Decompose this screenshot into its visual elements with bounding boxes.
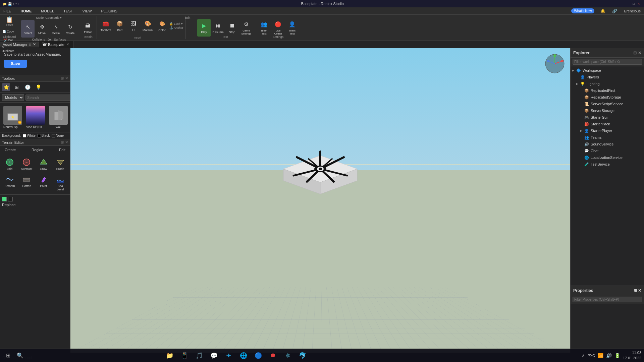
- terrain-editor-close-icon[interactable]: ✕: [65, 140, 68, 144]
- tree-item-lighting[interactable]: ▶ 💡 Lighting: [571, 80, 644, 87]
- toolbox-button[interactable]: 🧰 Toolbox: [99, 17, 112, 35]
- ui-button[interactable]: 🖼 UI: [127, 17, 141, 35]
- save-button[interactable]: Save: [4, 60, 27, 68]
- toolbox-expand-icon[interactable]: ⊞: [61, 76, 64, 80]
- game-settings-button[interactable]: ⚙ Game Settings: [239, 19, 253, 37]
- taskbar-app-record[interactable]: ⏺: [266, 350, 280, 362]
- rotate-tool-button[interactable]: ↻ Rotate: [63, 20, 77, 38]
- copy-button[interactable]: 📄 Copy: [2, 27, 14, 36]
- tray-expand-icon[interactable]: ∧: [582, 353, 585, 358]
- taskbar-app-explorer[interactable]: 📁: [163, 350, 176, 362]
- properties-expand-icon[interactable]: ⊞: [634, 288, 637, 293]
- terrain-erode-tool[interactable]: Erode: [53, 156, 68, 172]
- menu-home[interactable]: HOME: [18, 8, 34, 14]
- live-collab-button[interactable]: 🔴 Live Collab: [271, 19, 285, 37]
- share-icon[interactable]: 🔗: [610, 8, 619, 14]
- menu-test[interactable]: TEST: [61, 8, 75, 14]
- tree-item-starter-pack[interactable]: 🎒 StarterPack: [571, 121, 644, 127]
- toolbox-tab-suggested[interactable]: 💡: [34, 83, 42, 91]
- tree-item-server-script-service[interactable]: 📜 ServerScriptService: [571, 101, 644, 107]
- terrain-flatten-tool[interactable]: Flatten: [19, 173, 34, 192]
- asset-manager-tab-close[interactable]: ✕: [33, 42, 36, 47]
- menu-view[interactable]: VIEW: [80, 8, 94, 14]
- explorer-close-icon[interactable]: ✕: [638, 51, 641, 55]
- paste-button[interactable]: 📋 Paste: [2, 16, 17, 27]
- menu-file[interactable]: FILE: [1, 8, 13, 14]
- maximize-button[interactable]: □: [631, 1, 636, 6]
- tray-battery-icon[interactable]: 🔋: [614, 353, 620, 358]
- terrain-paint-tool[interactable]: Paint: [36, 173, 51, 192]
- tree-item-replicated-first[interactable]: 📦 ReplicatedFirst: [571, 87, 644, 94]
- bg-white-option[interactable]: White: [23, 134, 36, 137]
- models-dropdown[interactable]: Models: [2, 94, 24, 101]
- properties-close-icon[interactable]: ✕: [638, 288, 641, 293]
- toolbox-item-1[interactable]: Vibe Kit (Sky Effects Only): [25, 105, 46, 130]
- tree-item-replicated-storage[interactable]: 📦 ReplicatedStorage: [571, 94, 644, 101]
- filter-properties-input[interactable]: [573, 297, 642, 302]
- toolbox-close-icon[interactable]: ✕: [65, 76, 68, 80]
- tree-item-sound-service[interactable]: 🔊 SoundService: [571, 141, 644, 147]
- minimize-button[interactable]: ─: [626, 1, 631, 6]
- terrain-editor-expand-icon[interactable]: ⊞: [61, 140, 64, 144]
- tree-item-starter-gui[interactable]: 🎮 StarterGui: [571, 114, 644, 121]
- taskbar-app-media[interactable]: 🎵: [193, 350, 206, 362]
- tray-wifi-icon[interactable]: 📶: [598, 353, 603, 358]
- notification-icon[interactable]: 🔔: [598, 8, 607, 14]
- bg-none-option[interactable]: None: [52, 134, 64, 137]
- resume-button[interactable]: ⏯ Resume: [211, 19, 225, 37]
- terrain-tab-edit[interactable]: Edit: [57, 147, 67, 153]
- tree-item-starter-player[interactable]: ▶ 👤 StarterPlayer: [571, 127, 644, 134]
- team-test2-button[interactable]: 👤 Team Test: [285, 19, 299, 37]
- scale-tool-button[interactable]: ⤡ Scale: [49, 20, 63, 38]
- start-button[interactable]: ⊞: [3, 350, 13, 361]
- tree-item-chat[interactable]: 💬 Chat: [571, 147, 644, 154]
- terrain-subtract-tool[interactable]: − Subtract: [19, 156, 34, 172]
- duplicate-button[interactable]: ⧉ Duplicate: [2, 45, 14, 53]
- taskbar-app-discord[interactable]: 💬: [207, 350, 221, 362]
- toolbox-item-0[interactable]: ⭐ ⭐ Neutral Spawn ..: [2, 105, 23, 130]
- taskbar-app-chrome[interactable]: 🔵: [252, 350, 265, 362]
- bg-black-option[interactable]: Black: [38, 134, 50, 137]
- material-button[interactable]: 🎨 Material: [141, 17, 155, 35]
- baseplate-tab-close[interactable]: ✕: [66, 43, 69, 46]
- terrain-grow-tool[interactable]: Grow: [36, 156, 51, 172]
- terrain-add-tool[interactable]: + Add: [2, 156, 17, 172]
- tree-item-test-service[interactable]: 🧪 TestService: [571, 161, 644, 168]
- terrain-smooth-tool[interactable]: Smooth: [2, 173, 17, 192]
- search-input[interactable]: [25, 95, 75, 101]
- color-button[interactable]: 🎨 Color: [155, 17, 169, 35]
- menu-model[interactable]: MODEL: [39, 8, 56, 14]
- menu-plugins[interactable]: PLUGINS: [99, 8, 119, 14]
- whats-new-button[interactable]: What's New: [571, 8, 594, 13]
- anchor-control[interactable]: ⚓ Anchor: [169, 26, 183, 29]
- terrain-editor-button[interactable]: 🏔 Editor: [81, 19, 95, 37]
- close-button[interactable]: ✕: [637, 1, 641, 6]
- toolbox-tab-grid[interactable]: ⊞: [13, 83, 21, 91]
- taskbar-search-button[interactable]: 🔍: [15, 350, 25, 361]
- move-tool-button[interactable]: ✥ Move: [35, 20, 49, 38]
- toolbox-tab-recent[interactable]: 🕐: [23, 83, 32, 91]
- tree-item-workspace[interactable]: ▶ 🔷 Workspace: [571, 67, 644, 74]
- tree-item-players[interactable]: 👤 Players: [571, 74, 644, 80]
- explorer-expand-icon[interactable]: ⊞: [633, 51, 637, 55]
- taskbar-app-telegram[interactable]: ✈: [222, 350, 235, 362]
- replace-swatch-2[interactable]: [8, 197, 13, 201]
- taskbar-app-phone[interactable]: 📱: [178, 350, 191, 362]
- taskbar-app-settings[interactable]: 🐬: [296, 350, 309, 362]
- tree-item-server-storage[interactable]: 📦 ServerStorage: [571, 107, 644, 114]
- tree-item-localization-service[interactable]: 🌐 LocalizationService: [571, 154, 644, 161]
- part-button[interactable]: 📦 Part: [113, 17, 126, 35]
- tree-item-teams[interactable]: 👥 Teams: [571, 134, 644, 141]
- team-test-button[interactable]: 👥 Team Test: [257, 19, 271, 37]
- terrain-sealevel-tool[interactable]: Sea Level: [53, 173, 68, 192]
- lock-control[interactable]: 🔒 Lock ▾: [169, 22, 183, 25]
- tray-keyboard-icon[interactable]: РУС: [588, 354, 595, 358]
- toolbox-item-2[interactable]: Wall: [48, 105, 69, 130]
- toolbox-tab-favorites[interactable]: ⭐: [2, 83, 10, 91]
- tray-volume-icon[interactable]: 🔊: [606, 353, 612, 358]
- terrain-tab-region[interactable]: Region: [30, 147, 45, 153]
- taskbar-app-browser1[interactable]: 🌐: [237, 350, 250, 362]
- taskbar-app-dev[interactable]: ⚛: [281, 350, 294, 362]
- replace-swatch-1[interactable]: [2, 197, 7, 201]
- play-button[interactable]: ▶ Play: [197, 19, 211, 37]
